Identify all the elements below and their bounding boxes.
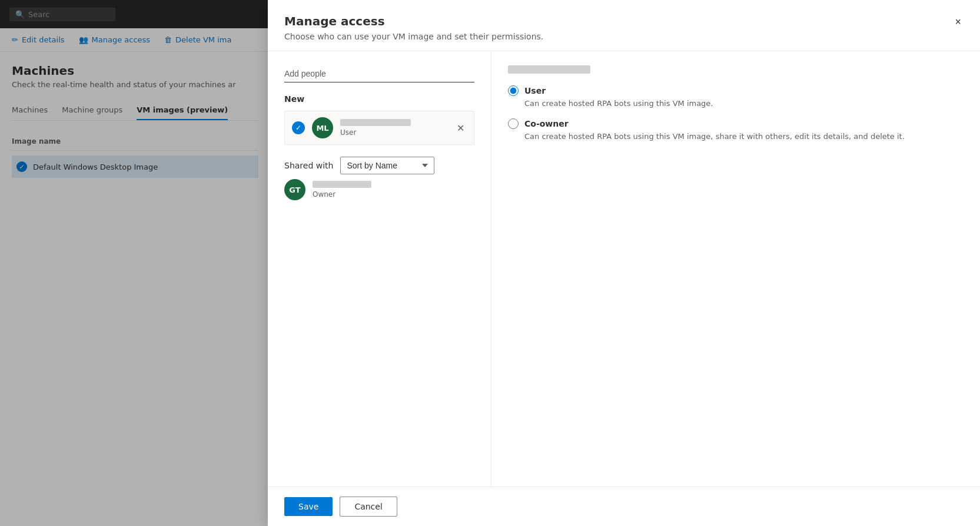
shared-user-info: Owner bbox=[313, 181, 474, 199]
right-pane: User Can create hosted RPA bots using th… bbox=[491, 51, 980, 487]
modal-title: Manage access bbox=[284, 14, 543, 28]
selected-user-name bbox=[508, 65, 590, 74]
modal-footer: Save Cancel bbox=[268, 487, 980, 526]
save-button[interactable]: Save bbox=[284, 497, 333, 516]
modal-body: New ✓ ML User ✕ Shared with Sort by Name bbox=[268, 51, 980, 487]
new-section: New ✓ ML User ✕ bbox=[284, 94, 474, 145]
coowner-permission-option: Co-owner Can create hosted RPA bots usin… bbox=[508, 118, 964, 142]
user-radio-input[interactable] bbox=[508, 85, 519, 96]
add-people-input[interactable] bbox=[284, 65, 474, 82]
user-permission-label: User bbox=[524, 86, 546, 95]
new-user-info: User bbox=[340, 119, 447, 137]
sort-select[interactable]: Sort by Name Sort by Role bbox=[340, 157, 434, 174]
shared-user-role: Owner bbox=[313, 190, 474, 199]
user-permission-option: User Can create hosted RPA bots using th… bbox=[508, 85, 964, 109]
cancel-button[interactable]: Cancel bbox=[340, 497, 397, 517]
user-selected-check: ✓ bbox=[292, 121, 305, 134]
shared-user-item: GT Owner bbox=[284, 174, 474, 205]
shared-with-section: Shared with Sort by Name Sort by Role GT… bbox=[284, 157, 474, 205]
new-user-name-blurred bbox=[340, 119, 411, 126]
new-user-role: User bbox=[340, 128, 447, 137]
shared-with-row: Shared with Sort by Name Sort by Role bbox=[284, 157, 474, 174]
coowner-radio-row: Co-owner bbox=[508, 118, 964, 129]
user-radio-row: User bbox=[508, 85, 964, 96]
modal-header: Manage access Choose who can use your VM… bbox=[268, 0, 980, 51]
new-section-label: New bbox=[284, 94, 474, 104]
modal-subtitle: Choose who can use your VM image and set… bbox=[284, 32, 543, 41]
modal-panel: Manage access Choose who can use your VM… bbox=[268, 0, 980, 526]
coowner-permission-desc: Can create hosted RPA bots using this VM… bbox=[508, 131, 964, 142]
new-user-avatar: ML bbox=[312, 117, 333, 138]
close-button[interactable]: × bbox=[952, 14, 964, 29]
shared-user-avatar: GT bbox=[284, 179, 305, 200]
shared-user-name-blurred bbox=[313, 181, 371, 188]
coowner-radio-input[interactable] bbox=[508, 118, 519, 129]
left-pane: New ✓ ML User ✕ Shared with Sort by Name bbox=[268, 51, 491, 487]
new-user-card: ✓ ML User ✕ bbox=[284, 111, 474, 145]
coowner-permission-label: Co-owner bbox=[524, 119, 569, 128]
modal-header-content: Manage access Choose who can use your VM… bbox=[284, 14, 543, 41]
remove-user-button[interactable]: ✕ bbox=[454, 121, 467, 135]
permission-options: User Can create hosted RPA bots using th… bbox=[508, 85, 964, 142]
user-permission-desc: Can create hosted RPA bots using this VM… bbox=[508, 98, 964, 109]
shared-with-label: Shared with bbox=[284, 161, 333, 170]
